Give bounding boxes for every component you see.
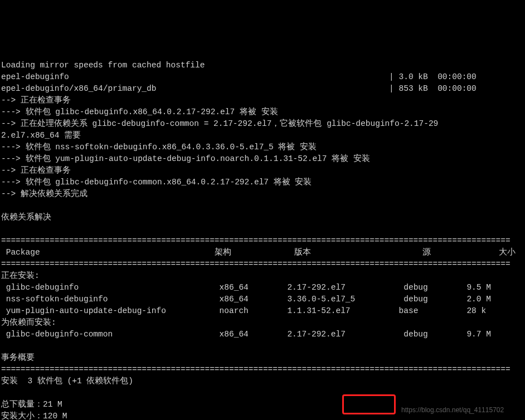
out-line: 依赖关系解决: [1, 213, 51, 222]
out-line: 安装 3 软件包 (+1 依赖软件包): [1, 377, 133, 385]
out-line: --> 正在检查事务: [1, 96, 71, 105]
out-line: ---> 软件包 glibc-debuginfo-common.x86_64.0…: [1, 178, 312, 187]
out-line: epel-debuginfo | 3.0 kB 00:00:00: [1, 72, 477, 81]
watermark: https://blog.csdn.net/qq_41115702: [401, 404, 504, 416]
terminal-output: Loading mirror speeds from cached hostfi…: [1, 48, 524, 420]
table-row: yum-plugin-auto-update-debug-info noarch…: [1, 306, 486, 315]
out-line: Loading mirror speeds from cached hostfi…: [1, 61, 205, 70]
section-label: 为依赖而安装:: [1, 318, 56, 327]
out-line: --> 正在检查事务: [1, 166, 71, 175]
separator: ========================================…: [1, 365, 511, 374]
out-line: 安装大小：120 M: [1, 412, 67, 420]
table-row: glibc-debuginfo x86_64 2.17-292.el7 debu…: [1, 283, 491, 292]
out-line: ---> 软件包 glibc-debuginfo.x86_64.0.2.17-2…: [1, 108, 278, 116]
section-label: 正在安装:: [1, 271, 40, 280]
summary-title: 事务概要: [1, 353, 35, 362]
separator: ========================================…: [1, 260, 511, 268]
out-line: ---> 软件包 nss-softokn-debuginfo.x86_64.0.…: [1, 143, 317, 152]
out-line: --> 正在处理依赖关系 glibc-debuginfo-common = 2.…: [1, 119, 438, 128]
out-line: --> 解决依赖关系完成: [1, 189, 88, 198]
table-row: glibc-debuginfo-common x86_64 2.17-292.e…: [1, 330, 491, 339]
table-header: Package 架构 版本 源 大小: [1, 248, 516, 257]
out-line: ---> 软件包 yum-plugin-auto-update-debug-in…: [1, 154, 370, 163]
out-line: 2.el7.x86_64 需要: [1, 131, 81, 140]
out-line: 总下载量：21 M: [1, 400, 62, 409]
table-row: nss-softokn-debuginfo x86_64 3.36.0-5.el…: [1, 295, 491, 304]
separator: ========================================…: [1, 236, 511, 245]
out-line: epel-debuginfo/x86_64/primary_db | 853 k…: [1, 84, 477, 93]
